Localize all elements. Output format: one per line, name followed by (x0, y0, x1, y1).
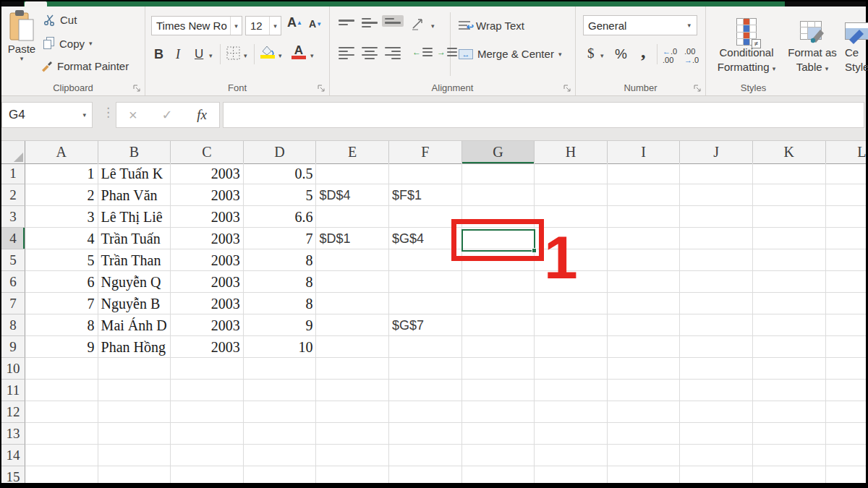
cell-K5[interactable] (753, 249, 826, 271)
middle-align-button[interactable] (362, 18, 378, 27)
cell-C15[interactable] (171, 466, 244, 483)
row-header-4[interactable]: 4 (1, 228, 25, 249)
cell-J4[interactable] (680, 228, 753, 249)
cell-L8[interactable] (826, 314, 866, 336)
cell-J9[interactable] (680, 336, 753, 358)
borders-button[interactable] (226, 46, 240, 60)
column-header-J[interactable]: J (680, 141, 753, 164)
cell-F11[interactable] (389, 380, 462, 401)
cell-K13[interactable] (753, 423, 826, 445)
row-header-11[interactable]: 11 (1, 380, 25, 401)
cell-G1[interactable] (462, 163, 535, 184)
cell-G6[interactable] (462, 271, 535, 293)
cell-C1[interactable]: 2003 (171, 163, 244, 184)
cell-C6[interactable]: 2003 (171, 271, 244, 293)
cell-A6[interactable]: 6 (25, 271, 98, 293)
cell-G2[interactable] (462, 184, 535, 206)
cell-F1[interactable] (389, 163, 462, 184)
cell-C12[interactable] (171, 401, 244, 423)
column-header-G[interactable]: G (462, 141, 535, 164)
cell-L6[interactable] (826, 271, 866, 293)
number-dialog-launcher-icon[interactable] (694, 85, 702, 93)
cell-E8[interactable] (316, 314, 389, 336)
cell-D8[interactable]: 9 (244, 314, 317, 336)
accounting-dropdown-icon[interactable]: ▾ (600, 52, 604, 59)
cell-F9[interactable] (389, 336, 462, 358)
cell-I1[interactable] (608, 163, 681, 184)
copy-button[interactable]: Copy ▾ (43, 37, 93, 50)
cell-A4[interactable]: 4 (25, 228, 98, 249)
cell-E7[interactable] (316, 293, 389, 314)
cell-A2[interactable]: 2 (25, 184, 98, 206)
cell-D15[interactable] (244, 466, 317, 483)
cell-H9[interactable] (535, 336, 608, 358)
cell-F2[interactable]: $F$1 (389, 184, 462, 206)
cell-H7[interactable] (535, 293, 608, 314)
cell-D4[interactable]: 7 (244, 228, 317, 249)
cell-I14[interactable] (608, 445, 681, 466)
comma-style-button[interactable]: , (641, 41, 646, 63)
cell-K12[interactable] (753, 401, 826, 423)
cell-F12[interactable] (389, 401, 462, 423)
cell-B8[interactable]: Mai Ánh D (98, 314, 171, 336)
cell-L7[interactable] (826, 293, 866, 314)
cell-B3[interactable]: Lê Thị Liê (98, 206, 171, 228)
cell-D1[interactable]: 0.5 (244, 163, 317, 184)
cell-H14[interactable] (535, 445, 608, 466)
cell-I6[interactable] (608, 271, 681, 293)
font-dialog-launcher-icon[interactable] (318, 85, 326, 93)
cell-K2[interactable] (753, 184, 826, 206)
row-header-3[interactable]: 3 (1, 206, 25, 228)
cell-E5[interactable] (316, 249, 389, 271)
cell-A14[interactable] (25, 445, 98, 466)
cell-L13[interactable] (826, 423, 866, 445)
cell-E3[interactable] (316, 206, 389, 228)
cell-J10[interactable] (680, 358, 753, 380)
cell-B15[interactable] (98, 466, 171, 483)
cell-I13[interactable] (608, 423, 681, 445)
cell-C7[interactable]: 2003 (171, 293, 244, 314)
cell-E10[interactable] (316, 358, 389, 380)
cell-A11[interactable] (25, 380, 98, 401)
cell-H2[interactable] (535, 184, 608, 206)
cell-J6[interactable] (680, 271, 753, 293)
cell-I12[interactable] (608, 401, 681, 423)
cell-E12[interactable] (316, 401, 389, 423)
cell-J1[interactable] (680, 163, 753, 184)
cell-G11[interactable] (462, 380, 535, 401)
cell-D5[interactable]: 8 (244, 249, 317, 271)
cell-I3[interactable] (608, 206, 681, 228)
column-header-D[interactable]: D (244, 141, 317, 164)
cell-B10[interactable] (98, 358, 171, 380)
orientation-dropdown-icon[interactable]: ▾ (431, 22, 435, 30)
cell-A9[interactable]: 9 (25, 336, 98, 358)
cell-K3[interactable] (753, 206, 826, 228)
row-header-15[interactable]: 15 (1, 466, 25, 483)
cell-K11[interactable] (753, 380, 826, 401)
cell-L4[interactable] (826, 228, 866, 249)
name-box-dropdown-icon[interactable]: ▾ (82, 111, 92, 119)
cell-L15[interactable] (826, 466, 866, 483)
cell-J5[interactable] (680, 249, 753, 271)
accounting-format-button[interactable]: $ (587, 46, 595, 61)
cell-C3[interactable]: 2003 (171, 206, 244, 228)
cell-F14[interactable] (389, 445, 462, 466)
cell-E9[interactable] (316, 336, 389, 358)
row-header-6[interactable]: 6 (1, 271, 25, 293)
row-header-12[interactable]: 12 (1, 401, 25, 423)
fill-color-button[interactable] (260, 45, 276, 59)
underline-button[interactable]: U (195, 47, 203, 61)
cell-A3[interactable]: 3 (25, 206, 98, 228)
cell-D3[interactable]: 6.6 (244, 206, 317, 228)
cell-E15[interactable] (316, 466, 389, 483)
cell-C4[interactable]: 2003 (171, 228, 244, 249)
cell-J3[interactable] (680, 206, 753, 228)
cell-C8[interactable]: 2003 (171, 314, 244, 336)
cell-I9[interactable] (608, 336, 681, 358)
shrink-font-button[interactable]: A ▼ (309, 19, 322, 29)
cell-L14[interactable] (826, 445, 866, 466)
cell-I2[interactable] (608, 184, 681, 206)
cell-C2[interactable]: 2003 (171, 184, 244, 206)
row-header-10[interactable]: 10 (1, 358, 25, 380)
column-header-B[interactable]: B (98, 141, 171, 164)
